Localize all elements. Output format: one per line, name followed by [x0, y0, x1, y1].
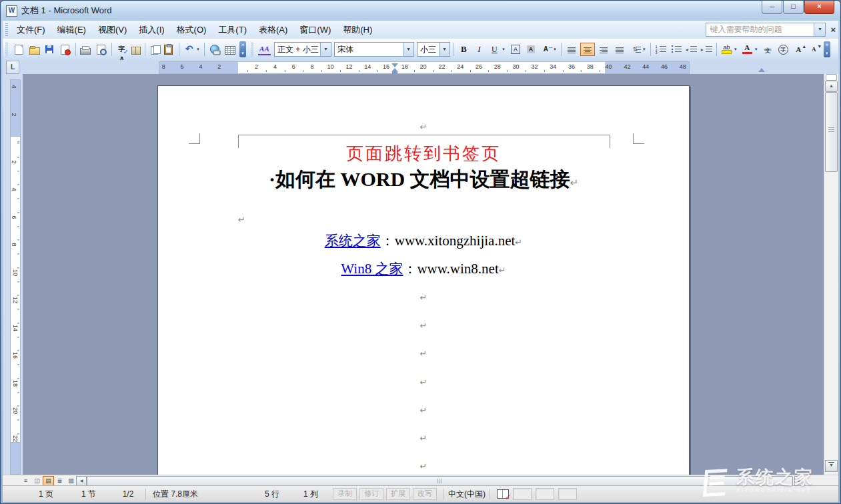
bullets-button[interactable]	[669, 43, 683, 56]
horizontal-scrollbar-thumb[interactable]	[87, 476, 793, 486]
font-combo[interactable]: 宋体▼	[334, 42, 414, 57]
decrease-indent-button[interactable]	[684, 43, 698, 56]
chevron-down-icon[interactable]: ▼	[642, 47, 646, 51]
split-handle[interactable]	[826, 74, 837, 81]
underline-icon: U	[489, 44, 500, 55]
help-question-input[interactable]: 键入需要帮助的问题 ▼	[706, 23, 826, 37]
character-border-button[interactable]: A	[508, 42, 523, 57]
line-spacing-button[interactable]: ⇅▼	[628, 43, 648, 56]
grow-font-button[interactable]: A	[792, 43, 806, 56]
status-mode-2[interactable]: 修订	[359, 488, 383, 500]
menu-edit[interactable]: 编辑(E)	[51, 22, 92, 38]
menu-table[interactable]: 表格(A)	[253, 22, 293, 38]
status-mode-4[interactable]: 改写	[413, 488, 437, 500]
standard-toolbar-grip-handle[interactable]	[5, 43, 8, 56]
bookmark-title-text[interactable]: 页面跳转到书签页	[158, 142, 689, 165]
web-layout-view-button[interactable]: ◫	[31, 476, 43, 486]
formatting-toolbar-grip-handle[interactable]	[251, 43, 253, 56]
distributed-button[interactable]	[612, 43, 627, 56]
minimize-button[interactable]: –	[762, 1, 782, 14]
chevron-down-icon[interactable]: ▼	[196, 47, 200, 51]
print-button[interactable]	[79, 43, 92, 56]
insert-hyperlink-button[interactable]	[207, 42, 222, 57]
highlight-button[interactable]: ab▼	[720, 43, 739, 56]
shrink-font-button[interactable]: A	[807, 43, 821, 56]
align-center-button[interactable]	[580, 43, 595, 56]
vertical-scrollbar-thumb[interactable]	[825, 92, 838, 172]
enclose-characters-button[interactable]: 字	[776, 43, 790, 57]
menu-help[interactable]: 帮助(H)	[337, 22, 378, 38]
titlebar[interactable]: W 文档 1 - Microsoft Word – □ ×	[1, 1, 840, 21]
menu-tools[interactable]: 工具(T)	[212, 22, 253, 38]
reading-layout-view-button[interactable]: ▥	[65, 476, 77, 486]
align-right-button[interactable]	[596, 43, 611, 56]
horizontal-ruler[interactable]: 8642246810121416182022242628303234363840…	[159, 61, 690, 74]
copy-button[interactable]	[148, 43, 159, 56]
paste-button[interactable]	[161, 43, 176, 57]
status-empty-panel	[513, 488, 532, 500]
status-language[interactable]: 中文(中国)	[444, 489, 490, 499]
right-indent-marker[interactable]	[758, 68, 765, 72]
menu-view[interactable]: 视图(V)	[92, 22, 133, 38]
close-icon[interactable]: ×	[830, 25, 836, 35]
chevron-down-icon[interactable]: ▼	[439, 43, 450, 56]
chevron-down-icon[interactable]: ▼	[814, 23, 825, 36]
save-button[interactable]	[43, 43, 56, 56]
first-line-indent-marker[interactable]	[391, 63, 398, 67]
chevron-down-icon[interactable]: ▼	[403, 43, 413, 56]
new-document-button[interactable]	[11, 43, 27, 57]
italic-button[interactable]: I	[472, 43, 486, 56]
toolbar-options-button-2[interactable]	[822, 40, 832, 59]
undo-button[interactable]: ↶▼	[182, 43, 201, 56]
document-heading-label: ·如何在 WORD 文档中设置超链接	[269, 168, 570, 190]
underline-button[interactable]: U▼	[488, 43, 507, 56]
document-heading[interactable]: ·如何在 WORD 文档中设置超链接↵	[158, 166, 689, 193]
style-combo[interactable]: 正文 + 小三▼	[274, 42, 331, 57]
vertical-ruler[interactable]: 42246810121416182022	[10, 74, 21, 475]
menu-format[interactable]: 格式(O)	[171, 22, 213, 38]
print-preview-button[interactable]	[93, 43, 109, 57]
next-page-icon[interactable]: ▼	[825, 460, 838, 472]
toolbar-options-button[interactable]	[238, 40, 247, 59]
spelling-status-book-icon[interactable]	[497, 489, 509, 499]
vertical-scrollbar[interactable]: ▲ ▼	[824, 74, 838, 475]
phonetic-guide-button[interactable]: 文	[761, 43, 775, 56]
open-button[interactable]	[28, 43, 41, 56]
scroll-left-icon[interactable]: ◀	[76, 476, 87, 486]
character-scale-button[interactable]: A▼	[539, 43, 558, 56]
maximize-button[interactable]: □	[783, 1, 804, 14]
font-size-combo-value: 小三	[417, 44, 439, 55]
status-mode-1[interactable]: 录制	[333, 488, 357, 500]
menu-insert[interactable]: 插入(I)	[133, 22, 170, 38]
print-layout-view-button[interactable]: ▤	[43, 476, 54, 486]
chevron-down-icon[interactable]: ▼	[502, 47, 506, 51]
font-color-button[interactable]: A▼	[740, 43, 760, 56]
bold-button[interactable]: B	[457, 43, 471, 56]
outline-view-button[interactable]: ≣	[54, 476, 65, 486]
scroll-right-icon[interactable]: ▶	[794, 476, 805, 486]
normal-view-button[interactable]: ≡	[20, 476, 31, 486]
scroll-up-icon[interactable]: ▲	[825, 81, 838, 92]
chevron-down-icon[interactable]: ▼	[320, 43, 331, 56]
document-page[interactable]: ↵ 页面跳转到书签页 ·如何在 WORD 文档中设置超链接↵ ↵ 系统之家：ww…	[157, 85, 690, 475]
menu-file[interactable]: 文件(F)	[11, 22, 51, 38]
font-size-combo[interactable]: 小三▼	[417, 42, 450, 57]
chevron-down-icon[interactable]: ▼	[734, 47, 738, 51]
spelling-button[interactable]: 字A	[115, 43, 129, 56]
menubar-grip-handle[interactable]	[5, 23, 8, 37]
chevron-down-icon[interactable]: ▼	[754, 47, 758, 51]
tab-selector-button[interactable]: L	[6, 61, 19, 74]
insert-table-button[interactable]	[223, 43, 237, 56]
menu-window[interactable]: 窗口(W)	[293, 22, 337, 38]
character-shading-button[interactable]: A	[524, 43, 538, 56]
permission-button[interactable]	[57, 43, 73, 57]
styles-formatting-button[interactable]: AA	[257, 42, 272, 57]
align-justify-button[interactable]	[564, 43, 579, 56]
numbering-button[interactable]	[654, 43, 668, 56]
close-button[interactable]: ×	[804, 1, 834, 14]
status-mode-3[interactable]: 扩展	[386, 488, 410, 500]
increase-indent-button[interactable]	[700, 43, 714, 56]
research-button[interactable]	[130, 43, 142, 56]
hyperlink-1[interactable]: 系统之家	[325, 233, 381, 249]
hyperlink-2[interactable]: Win8 之家	[341, 261, 403, 277]
